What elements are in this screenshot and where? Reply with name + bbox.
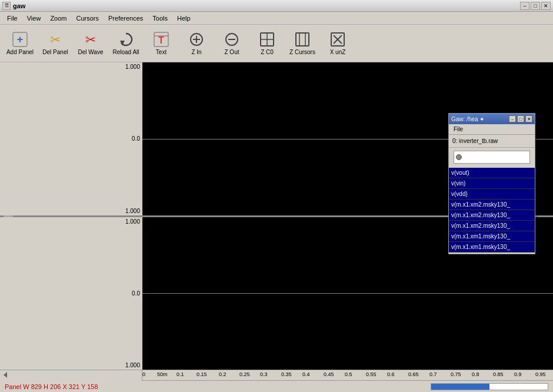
progress-bar <box>431 383 548 390</box>
menu-bar: File View Zoom Cursors Preferences Tools… <box>0 12 553 25</box>
dialog-maximize-button[interactable]: □ <box>517 115 524 122</box>
x-tick-50m: 50m <box>157 371 168 377</box>
x-tick-04: 0.4 <box>302 371 310 377</box>
x-tick-07: 0.7 <box>429 371 437 377</box>
reload-all-button[interactable]: Reload All <box>111 28 141 59</box>
z-in-icon <box>188 31 205 48</box>
x-unz-icon <box>329 31 346 48</box>
signal-item-xm2-3[interactable]: v(m.x1.xm2.msky130_ <box>449 221 535 231</box>
dialog-title-buttons: – □ ✕ <box>509 115 532 122</box>
del-panel-button[interactable]: ✂ Del Panel <box>40 28 71 59</box>
y-bot-1: 1.000 <box>125 208 140 214</box>
menu-preferences[interactable]: Preferences <box>104 14 148 23</box>
svg-text:+: + <box>17 34 24 45</box>
x-tick-025: 0.25 <box>239 371 250 377</box>
x-tick-075: 0.75 <box>451 371 461 377</box>
x-tick-01: 0.1 <box>176 371 184 377</box>
dialog-menu-bar: File <box>449 124 535 135</box>
menu-zoom[interactable]: Zoom <box>45 14 71 23</box>
z-out-label: Z Out <box>224 49 239 55</box>
x-tick-065: 0.65 <box>408 371 419 377</box>
progress-fill <box>431 384 489 390</box>
menu-tools[interactable]: Tools <box>148 14 172 23</box>
maximize-button[interactable]: □ <box>531 2 540 10</box>
title-bar: ☰ gaw – □ ✕ <box>0 0 553 12</box>
dialog-file-entry: 0: inverter_tb.raw <box>449 135 535 148</box>
del-wave-button[interactable]: ✂ Del Wave <box>75 28 106 59</box>
status-text: Panel W 829 H 206 X 321 Y 158 <box>5 383 98 390</box>
z-in-button[interactable]: Z In <box>181 28 212 59</box>
signal-item-vdd[interactable]: v(vdd) <box>449 189 535 200</box>
menu-file[interactable]: File <box>2 14 22 23</box>
z-c0-button[interactable]: Z C0 <box>252 28 282 59</box>
text-label: Text <box>156 49 166 55</box>
signal-item-vin[interactable]: v(vin) <box>449 178 535 189</box>
x-tick-095: 0.95 <box>535 371 546 377</box>
dialog-minimize-button[interactable]: – <box>509 115 516 122</box>
z-out-icon <box>224 31 240 48</box>
signal-item-xm1-2[interactable]: v(m.x1.xm1.msky130_ <box>449 242 535 253</box>
x-tick-02: 0.2 <box>219 371 226 377</box>
z-cursors-button[interactable]: Z Cursors <box>287 28 318 59</box>
y-axis-2: 1.000 0.0 1.000 <box>0 217 142 370</box>
dialog-close-button[interactable]: ✕ <box>525 115 532 122</box>
x-tick-015: 0.15 <box>196 371 207 377</box>
x-tick-055: 0.55 <box>366 371 377 377</box>
menu-help[interactable]: Help <box>172 14 195 23</box>
app-icon: ☰ <box>2 2 11 10</box>
reload-all-label: Reload All <box>112 49 139 55</box>
toolbar: + Add Panel ✂ Del Panel ✂ Del Wave R <box>0 25 553 62</box>
x-unz-button[interactable]: X unZ <box>322 28 353 59</box>
add-panel-label: Add Panel <box>6 49 34 55</box>
x-axis: 0 50m 0.1 0.15 0.2 0.25 0.3 0.35 0.4 0.4… <box>0 370 553 380</box>
h-gridline-2 <box>142 293 553 294</box>
dialog-title: Gaw: /hea ✦ <box>451 116 484 122</box>
x-tick-0: 0 <box>142 371 145 377</box>
dialog-menu-file[interactable]: File <box>451 125 465 133</box>
menu-cursors[interactable]: Cursors <box>72 14 104 23</box>
y-bot-2: 1.000 <box>125 362 140 368</box>
signal-item-xm1-1[interactable]: v(m.x1.xm1.msky130_ <box>449 231 535 242</box>
dialog-search-box[interactable] <box>454 151 530 164</box>
add-panel-button[interactable]: + Add Panel <box>5 28 35 59</box>
add-panel-icon: + <box>12 31 28 48</box>
minimize-button[interactable]: – <box>520 2 529 10</box>
svg-text:T: T <box>158 35 164 45</box>
z-c0-icon <box>259 31 275 48</box>
y-mid-1: 0.0 <box>132 135 140 142</box>
title-bar-left: ☰ gaw <box>2 2 25 10</box>
svg-marker-22 <box>4 372 7 378</box>
text-button[interactable]: T Text <box>146 28 176 59</box>
svg-text:✂: ✂ <box>50 32 61 47</box>
z-cursors-icon <box>294 31 311 48</box>
del-panel-label: Del Panel <box>42 49 68 55</box>
x-unz-label: X unZ <box>330 49 346 55</box>
del-wave-label: Del Wave <box>78 49 104 55</box>
x-tick-09: 0.9 <box>514 371 522 377</box>
x-tick-03: 0.3 <box>260 371 268 377</box>
dialog-file-name: 0: inverter_tb.raw <box>452 138 498 144</box>
x-tick-06: 0.6 <box>387 371 395 377</box>
x-tick-08: 0.8 <box>472 371 479 377</box>
text-icon: T <box>153 31 169 48</box>
svg-rect-16 <box>296 33 309 46</box>
x-tick-05: 0.5 <box>345 371 352 377</box>
del-wave-icon: ✂ <box>82 31 99 48</box>
x-tick-085: 0.85 <box>493 371 504 377</box>
y-mid-2: 0.0 <box>132 290 140 297</box>
signal-list: v(vout) v(vin) v(vdd) v(m.x1.xm2.msky130… <box>449 168 535 253</box>
x-tick-035: 0.35 <box>281 371 292 377</box>
window-title: gaw <box>13 2 25 9</box>
x-tick-045: 0.45 <box>324 371 334 377</box>
close-button[interactable]: ✕ <box>541 2 551 10</box>
menu-view[interactable]: View <box>22 14 46 23</box>
signal-item-vout[interactable]: v(vout) <box>449 168 535 178</box>
search-icon <box>456 154 462 160</box>
z-out-button[interactable]: Z Out <box>216 28 247 59</box>
signal-item-xm2-2[interactable]: v(m.x1.xm2.msky130_ <box>449 210 535 221</box>
signal-item-xm2-1[interactable]: v(m.x1.xm2.msky130_ <box>449 200 535 210</box>
y-axis-1: 1.000 0.0 1.000 <box>0 62 142 215</box>
z-in-label: Z In <box>191 49 201 55</box>
z-cursors-label: Z Cursors <box>289 49 315 55</box>
reload-all-icon <box>118 31 134 48</box>
